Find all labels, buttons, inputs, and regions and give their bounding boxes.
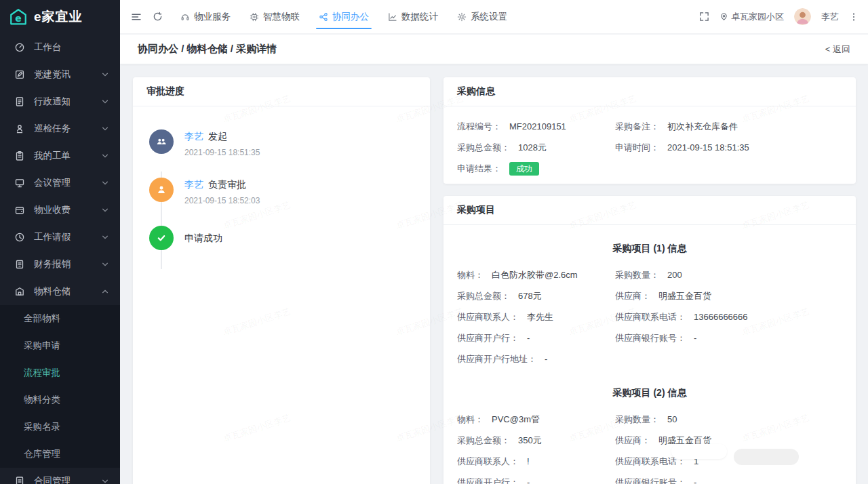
sidebar-item-materials[interactable]: 物料仓储 (0, 278, 120, 305)
sidebar-item-fees[interactable]: 物业收费 (0, 197, 120, 224)
step-user-name[interactable]: 李艺 (184, 179, 203, 190)
field-row: 物料：PVC@3m管 采购数量：50 (457, 409, 842, 430)
submenu-item-all-materials[interactable]: 全部物料 (0, 305, 120, 332)
field-label: 供应商开户行地址： (457, 353, 536, 365)
field-value: - (545, 354, 547, 364)
field-row: 供应商开户行：- 供应商银行账号：- (457, 327, 842, 348)
field-value: 13666666666 (694, 312, 748, 322)
sidebar-item-finance[interactable]: 财务报销 (0, 251, 120, 278)
avatar[interactable] (794, 8, 811, 25)
field-value: 李先生 (527, 311, 553, 323)
logo-house-icon: e (9, 7, 28, 26)
field-label: 供应商开户行： (457, 477, 519, 484)
sidebar-item-label: 党建党讯 (34, 68, 101, 81)
field-value: - (694, 333, 696, 343)
gear-icon (457, 12, 467, 22)
logo-text: e家宜业 (34, 8, 83, 26)
nav-label: 数据统计 (401, 11, 438, 23)
share-nodes-icon (319, 12, 328, 22)
chart-icon (388, 12, 397, 22)
nav-smart-iot[interactable]: 智慧物联 (240, 0, 309, 33)
sidebar-item-leave[interactable]: 工作请假 (0, 224, 120, 251)
fullscreen-icon[interactable] (699, 12, 709, 22)
back-link[interactable]: < 返回 (825, 43, 850, 56)
status-badge: 成功 (509, 162, 539, 176)
sidebar-item-label: 工作台 (34, 41, 109, 54)
finance-icon (14, 259, 25, 270)
field-value: 678元 (518, 290, 542, 302)
nav-label: 协同办公 (332, 11, 369, 23)
nav-collaboration[interactable]: 协同办公 (309, 0, 378, 33)
sidebar-item-label: 会议管理 (34, 177, 101, 189)
step-action: 发起 (208, 131, 227, 142)
user-icon (149, 178, 174, 202)
users-icon (149, 129, 174, 154)
timeline-step: 李艺负责审批 2021-09-15 18:52:03 (149, 178, 414, 205)
card-title: 采购信息 (443, 77, 856, 106)
chevron-down-icon (101, 152, 109, 160)
field-row: 供应商开户行地址：- (457, 348, 842, 369)
nav-system-settings[interactable]: 系统设置 (448, 0, 517, 33)
nav-data-statistics[interactable]: 数据统计 (378, 0, 448, 33)
submenu-item-purchase-request[interactable]: 采购申请 (0, 332, 120, 359)
field-value: 明盛五金百货 (658, 290, 711, 302)
headset-icon (180, 12, 190, 22)
sidebar-item-workorders[interactable]: 我的工单 (0, 142, 120, 169)
submenu-item-material-category[interactable]: 物料分类 (0, 386, 120, 414)
sidebar-item-workbench[interactable]: 工作台 (0, 34, 120, 61)
field-label: 采购总金额： (457, 435, 510, 447)
location-pin-icon (719, 12, 728, 21)
submenu-item-flow-approval[interactable]: 流程审批 (0, 359, 120, 386)
submenu-item-warehouse[interactable]: 仓库管理 (0, 441, 120, 468)
nav-property-service[interactable]: 物业服务 (171, 0, 240, 33)
chevron-down-icon (101, 260, 109, 268)
field-row: 采购总金额：1028元 申请时间：2021-09-15 18:51:35 (457, 137, 842, 158)
sidebar-item-contracts[interactable]: 合同管理 (0, 468, 120, 484)
materials-submenu: 全部物料 采购申请 流程审批 物料分类 采购名录 仓库管理 (0, 305, 120, 468)
top-header: 物业服务 智慧物联 协同办公 数据统计 系统设置 卓瓦家园小区 李艺 (120, 0, 868, 34)
app-logo[interactable]: e e家宜业 (0, 0, 120, 34)
field-row: 采购总金额：678元 供应商：明盛五金百货 (457, 285, 842, 306)
item-heading: 采购项目 (1) 信息 (457, 243, 842, 255)
inspection-icon (14, 123, 25, 134)
step-action: 负责审批 (208, 179, 246, 190)
sidebar-menu: 工作台 党建党讯 行政通知 巡检任务 我的工单 会议管理 (0, 34, 120, 484)
current-user-name[interactable]: 李艺 (821, 11, 839, 23)
sidebar-item-notice[interactable]: 行政通知 (0, 88, 120, 115)
fees-icon (14, 205, 25, 216)
community-selector[interactable]: 卓瓦家园小区 (719, 11, 784, 23)
timeline-step: 李艺发起 2021-09-15 18:51:35 (149, 129, 414, 157)
sidebar-item-label: 行政通知 (34, 96, 101, 108)
collapse-menu-icon[interactable] (131, 12, 142, 22)
field-label: 采购总金额： (457, 142, 510, 154)
header-right: 卓瓦家园小区 李艺 (699, 8, 868, 25)
sidebar-item-party-news[interactable]: 党建党讯 (0, 61, 120, 88)
field-value: 350元 (518, 435, 542, 447)
step-user-name[interactable]: 李艺 (184, 131, 203, 142)
field-label: 采购数量： (615, 269, 659, 281)
chevron-down-icon (101, 206, 109, 214)
main-content: 审批进度 李艺发起 2021-09-15 18:51:35 (120, 64, 868, 484)
breadcrumb-bar: 协同办公 / 物料仓储 / 采购详情 < 返回 (120, 35, 868, 64)
sidebar-item-inspection[interactable]: 巡检任务 (0, 115, 120, 142)
card-title: 审批进度 (133, 77, 430, 106)
nav-label: 系统设置 (471, 11, 507, 23)
card-title: 采购项目 (443, 196, 856, 225)
check-icon (149, 226, 174, 250)
field-value: PVC@3m管 (492, 414, 540, 426)
refresh-icon[interactable] (153, 12, 163, 22)
leave-icon (14, 232, 25, 243)
sidebar-item-label: 物业收费 (34, 204, 101, 216)
svg-text:e: e (15, 13, 22, 24)
field-label: 供应商联系人： (457, 311, 519, 323)
dashboard-icon (14, 42, 25, 53)
sidebar-item-meetings[interactable]: 会议管理 (0, 169, 120, 197)
more-dots-icon[interactable] (849, 12, 859, 22)
sidebar-item-label: 工作请假 (34, 231, 101, 243)
sidebar-item-label: 合同管理 (34, 475, 101, 484)
field-row: 供应商开户行：- 供应商银行账号：- (457, 472, 842, 484)
submenu-item-purchase-catalog[interactable]: 采购名录 (0, 414, 120, 441)
sidebar-item-label: 我的工单 (34, 150, 101, 162)
notice-icon (14, 96, 25, 107)
step-time: 2021-09-15 18:52:03 (184, 196, 260, 205)
